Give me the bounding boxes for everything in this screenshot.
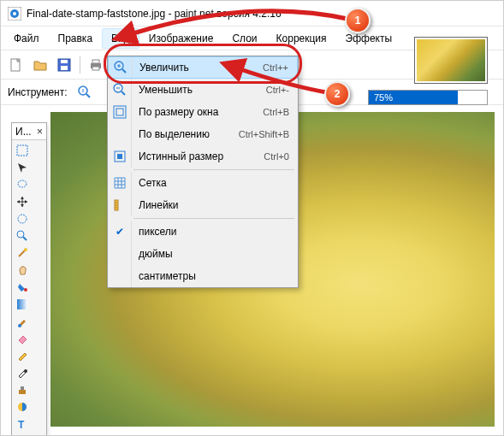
tool-magic-wand[interactable]	[15, 245, 30, 261]
menu-fit-window[interactable]: По размеру окна Ctrl+B	[108, 101, 298, 123]
svg-rect-41	[114, 106, 126, 118]
blank-icon	[108, 243, 132, 265]
menu-file[interactable]: Файл	[4, 28, 49, 49]
menu-edit[interactable]: Правка	[49, 28, 103, 49]
blank-icon	[108, 265, 132, 287]
tool-clone[interactable]	[15, 382, 30, 398]
svg-text:T: T	[18, 419, 25, 430]
callout-1: 1	[345, 8, 371, 33]
svg-point-19	[18, 215, 27, 223]
print-button[interactable]	[86, 55, 106, 75]
menu-separator	[133, 218, 294, 219]
open-file-button[interactable]	[30, 55, 50, 75]
tools-panel-header[interactable]: И... ×	[12, 123, 46, 140]
tool-gradient[interactable]	[15, 297, 30, 312]
tool-bucket[interactable]	[15, 280, 30, 295]
svg-point-20	[17, 231, 24, 238]
tool-zoom[interactable]	[15, 228, 30, 244]
save-button[interactable]	[54, 55, 74, 75]
menu-item-label: По размеру окна	[132, 106, 263, 118]
fit-icon	[108, 101, 132, 123]
svg-line-15	[86, 94, 90, 97]
menu-item-label: Сетка	[132, 177, 298, 189]
blank-icon	[108, 123, 132, 145]
tool-move[interactable]	[15, 160, 30, 175]
menu-item-shortcut: Ctrl+Shift+B	[239, 129, 298, 139]
menu-inches[interactable]: дюймы	[108, 243, 298, 265]
actual-icon	[108, 145, 132, 168]
zoom-in-icon	[109, 57, 133, 78]
svg-rect-17	[17, 145, 27, 156]
svg-rect-9	[92, 67, 99, 70]
tool-recolor[interactable]	[15, 399, 30, 415]
tool-picker[interactable]	[15, 365, 30, 380]
menu-item-label: дюймы	[132, 248, 298, 260]
new-file-button[interactable]	[6, 55, 27, 75]
menu-pixels[interactable]: ✔ пиксели	[108, 221, 298, 243]
svg-point-23	[24, 288, 27, 292]
svg-point-2	[13, 12, 16, 15]
tool-ellipse-select[interactable]	[15, 211, 30, 227]
separator	[80, 56, 80, 74]
menu-item-label: Линейки	[132, 199, 298, 211]
menu-item-label: сантиметры	[132, 270, 298, 282]
progress-text: 75%	[369, 92, 393, 103]
svg-line-35	[122, 69, 126, 73]
svg-rect-8	[92, 60, 99, 63]
menu-rulers[interactable]: Линейки	[108, 194, 298, 216]
zoom-progress[interactable]: 75%	[368, 90, 488, 105]
svg-line-21	[23, 237, 27, 240]
tool-pencil[interactable]	[15, 348, 30, 363]
svg-point-18	[18, 180, 27, 187]
tool-rect-select[interactable]	[15, 143, 30, 158]
tool-eraser[interactable]	[15, 331, 30, 346]
menu-centimeters[interactable]: сантиметры	[108, 265, 298, 287]
menu-item-shortcut: Ctrl+0	[264, 151, 298, 162]
svg-rect-6	[61, 60, 68, 63]
check-icon: ✔	[108, 221, 132, 243]
menu-item-label: Истинный размер	[132, 150, 264, 162]
menu-item-shortcut: Ctrl+B	[263, 107, 298, 117]
tool-grid: T	[12, 140, 46, 436]
tool-pan[interactable]	[15, 262, 30, 278]
tools-panel: И... × T	[11, 122, 47, 436]
zoom-out-icon	[108, 79, 132, 101]
menu-item-label: пиксели	[132, 226, 298, 238]
svg-rect-44	[117, 154, 122, 159]
tool-brush[interactable]	[15, 314, 30, 329]
instrument-label: Инструмент:	[8, 86, 68, 98]
svg-point-26	[24, 369, 27, 373]
tools-title: И...	[15, 126, 32, 138]
callout-2: 2	[324, 81, 350, 107]
tool-move-selection[interactable]	[15, 194, 30, 209]
svg-point-22	[24, 248, 27, 251]
app-icon	[8, 7, 21, 21]
svg-rect-5	[61, 66, 68, 70]
svg-rect-24	[17, 299, 27, 309]
svg-point-25	[18, 324, 21, 327]
current-tool-icon[interactable]	[74, 82, 95, 103]
preview-thumbnail[interactable]	[414, 37, 488, 84]
svg-rect-42	[116, 109, 123, 115]
grid-icon	[108, 172, 132, 194]
menu-actual-size[interactable]: Истинный размер Ctrl+0	[108, 145, 298, 168]
close-icon[interactable]: ×	[37, 126, 43, 138]
svg-rect-28	[21, 386, 24, 390]
rulers-icon	[108, 194, 132, 216]
menu-separator	[133, 169, 294, 170]
menu-grid[interactable]: Сетка	[108, 172, 298, 194]
preview-image	[417, 39, 485, 81]
svg-rect-27	[19, 390, 26, 394]
tool-lasso[interactable]	[15, 177, 30, 192]
menu-item-label: По выделению	[132, 128, 239, 140]
svg-line-39	[122, 91, 125, 95]
annotation-arrow-1	[121, 1, 360, 44]
tool-text[interactable]: T	[15, 416, 30, 432]
menu-fit-selection[interactable]: По выделению Ctrl+Shift+B	[108, 123, 298, 145]
